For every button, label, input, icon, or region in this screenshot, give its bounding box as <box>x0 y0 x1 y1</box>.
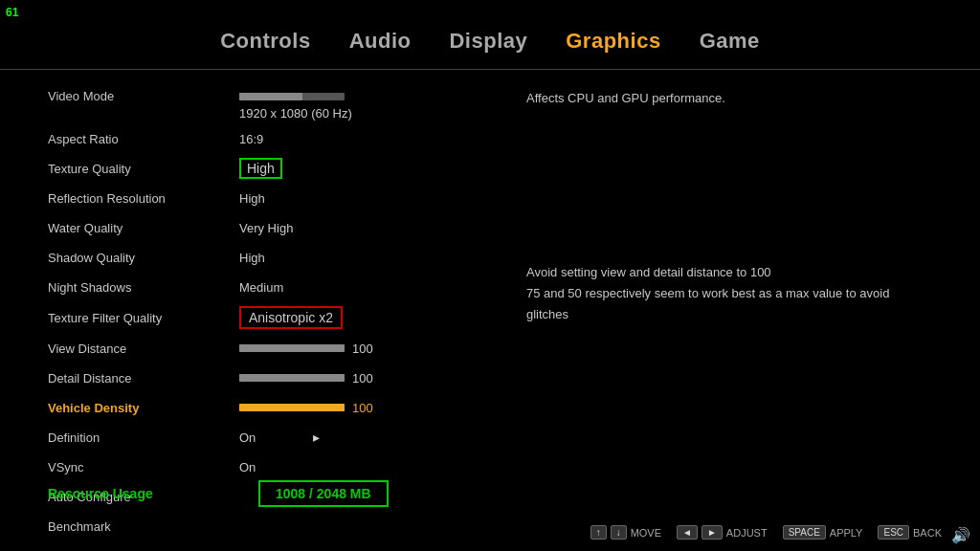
left-key-icon: ◄ <box>677 525 698 540</box>
move-label: MOVE <box>631 527 661 539</box>
vehicle-density-slider[interactable] <box>239 404 345 411</box>
detail-distance-slider[interactable] <box>239 374 345 382</box>
night-shadows-row: Night Shadows Medium <box>48 276 488 298</box>
video-mode-slider[interactable] <box>239 93 345 100</box>
view-distance-row: View Distance 100 <box>48 338 488 359</box>
navigation-tabs: Controls Audio Display Graphics Game <box>0 0 980 70</box>
reflection-resolution-value: High <box>239 191 265 206</box>
adjust-label: ADJUST <box>726 527 768 539</box>
video-mode-slider-fill <box>239 93 302 100</box>
back-label: BACK <box>913 527 942 539</box>
benchmark-label: Benchmark <box>48 519 239 534</box>
texture-filter-quality-value[interactable]: Anisotropic x2 <box>239 306 343 329</box>
view-distance-fill <box>239 344 345 352</box>
adjust-control: ◄ ► ADJUST <box>677 525 768 540</box>
night-shadows-value: Medium <box>239 280 283 295</box>
aspect-ratio-label: Aspect Ratio <box>48 132 239 146</box>
view-distance-slider-container: 100 <box>239 342 381 356</box>
warning-line2: 75 and 50 respectively seem to work best… <box>526 286 889 321</box>
info-panel: Affects CPU and GPU performance. Avoid s… <box>526 89 932 545</box>
texture-filter-quality-label: Texture Filter Quality <box>48 311 239 325</box>
reflection-resolution-row: Reflection Resolution High <box>48 187 488 209</box>
water-quality-label: Water Quality <box>48 221 239 235</box>
resource-usage-label: Resource Usage <box>48 486 239 501</box>
shadow-quality-label: Shadow Quality <box>48 251 239 265</box>
vehicle-density-value: 100 <box>352 401 381 415</box>
apply-control: SPACE APPLY <box>783 525 863 540</box>
texture-quality-value[interactable]: High <box>239 158 282 179</box>
warning-line1: Avoid setting view and detail distance t… <box>526 265 771 279</box>
aspect-ratio-value: 16:9 <box>239 132 263 146</box>
down-key-icon: ↓ <box>611 525 627 540</box>
apply-label: APPLY <box>830 527 863 539</box>
video-mode-block: Video Mode 1920 x 1080 (60 Hz) <box>48 89 488 121</box>
tab-display[interactable]: Display <box>449 29 527 54</box>
cursor-indicator: ▸ <box>313 430 320 445</box>
video-mode-value: 1920 x 1080 (60 Hz) <box>239 106 352 121</box>
info-warning-text: Avoid setting view and detail distance t… <box>526 262 932 325</box>
definition-label: Definition <box>48 430 239 445</box>
vsync-row: VSync On <box>48 456 488 477</box>
speaker-icon: 🔊 <box>951 526 970 541</box>
detail-distance-label: Detail Distance <box>48 371 239 386</box>
tab-game[interactable]: Game <box>700 29 760 54</box>
settings-panel: Video Mode 1920 x 1080 (60 Hz) Aspect Ra… <box>48 89 488 545</box>
water-quality-row: Water Quality Very High <box>48 217 488 238</box>
vsync-label: VSync <box>48 460 239 474</box>
resource-usage-row: Resource Usage 1008 / 2048 MB <box>48 480 389 507</box>
vsync-value: On <box>239 460 256 474</box>
detail-distance-slider-container: 100 <box>239 371 381 386</box>
vehicle-density-fill <box>239 404 345 411</box>
back-control: ESC BACK <box>878 525 942 540</box>
resource-usage-value: 1008 / 2048 MB <box>258 480 389 507</box>
view-distance-slider[interactable] <box>239 344 345 352</box>
shadow-quality-row: Shadow Quality High <box>48 247 488 268</box>
tab-graphics[interactable]: Graphics <box>566 29 660 54</box>
top-indicator: 61 <box>6 6 18 19</box>
right-key-icon: ► <box>702 525 723 540</box>
bottom-controls-bar: ↑ ↓ MOVE ◄ ► ADJUST SPACE APPLY ESC BACK <box>590 525 942 540</box>
move-control: ↑ ↓ MOVE <box>590 525 661 540</box>
view-distance-value: 100 <box>352 342 381 356</box>
tab-audio[interactable]: Audio <box>349 29 412 54</box>
esc-key[interactable]: ESC <box>878 525 909 540</box>
texture-quality-label: Texture Quality <box>48 162 239 176</box>
detail-distance-value: 100 <box>352 371 381 386</box>
info-main-text: Affects CPU and GPU performance. <box>526 89 932 109</box>
vehicle-density-row: Vehicle Density 100 <box>48 397 488 418</box>
aspect-ratio-row: Aspect Ratio 16:9 <box>48 128 488 149</box>
up-key-icon: ↑ <box>590 525 607 540</box>
detail-distance-fill <box>239 374 345 382</box>
night-shadows-label: Night Shadows <box>48 280 239 295</box>
video-mode-row: Video Mode <box>48 89 488 103</box>
texture-filter-quality-row: Texture Filter Quality Anisotropic x2 <box>48 306 488 329</box>
definition-value: On <box>239 430 256 445</box>
space-key[interactable]: SPACE <box>783 525 826 540</box>
main-content: Video Mode 1920 x 1080 (60 Hz) Aspect Ra… <box>0 70 980 551</box>
definition-row: Definition On ▸ <box>48 427 488 448</box>
texture-quality-row: Texture Quality High <box>48 158 488 179</box>
vehicle-density-label: Vehicle Density <box>48 401 239 415</box>
vehicle-density-slider-container: 100 <box>239 401 381 415</box>
benchmark-row: Benchmark <box>48 516 488 537</box>
reflection-resolution-label: Reflection Resolution <box>48 191 239 206</box>
video-mode-label: Video Mode <box>48 89 239 103</box>
water-quality-value: Very High <box>239 221 293 235</box>
tab-controls[interactable]: Controls <box>220 29 310 54</box>
view-distance-label: View Distance <box>48 342 239 356</box>
shadow-quality-value: High <box>239 251 265 265</box>
detail-distance-row: Detail Distance 100 <box>48 367 488 388</box>
